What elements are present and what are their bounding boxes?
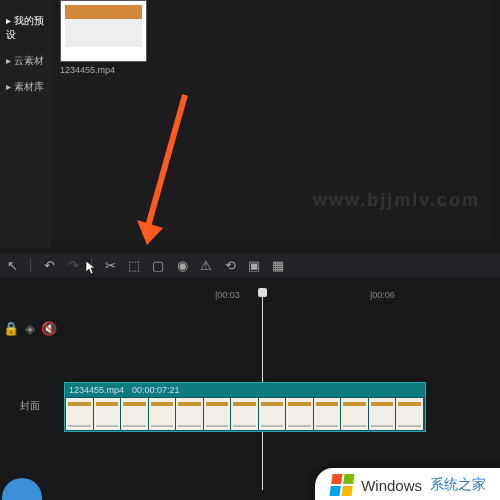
- track-row-aux[interactable]: 🔒 ◈ 🔇: [0, 318, 500, 338]
- windows-logo-icon: [330, 474, 355, 496]
- sidebar-item-presets[interactable]: ▸ 我的预设: [0, 8, 50, 48]
- redo-icon[interactable]: ↷: [65, 257, 81, 273]
- speed-icon[interactable]: ◉: [174, 257, 190, 273]
- mute-icon[interactable]: 🔇: [41, 321, 57, 336]
- reverse-icon[interactable]: ⟲: [222, 257, 238, 273]
- separator: [30, 258, 31, 272]
- lock-icon[interactable]: 🔒: [3, 321, 19, 336]
- separator: [91, 258, 92, 272]
- delete-right-icon[interactable]: ▢: [150, 257, 166, 273]
- track-head-controls: 🔒 ◈ 🔇: [0, 318, 60, 338]
- track-cover-label: 封面: [20, 399, 40, 413]
- sidebar-item-label: 云素材: [14, 55, 44, 66]
- thumbnail-filename: 1234455.mp4: [60, 65, 115, 75]
- footer: Windows 系统之家: [0, 464, 500, 500]
- preview-panel-edge: [492, 0, 500, 240]
- ruler-tick-label: |00:06: [370, 290, 395, 300]
- warning-icon[interactable]: ⚠: [198, 257, 214, 273]
- timeline-ruler[interactable]: |00:03 |00:06: [60, 290, 500, 308]
- thumbnail-image: [65, 5, 142, 47]
- windows-brand-text: Windows: [361, 477, 422, 494]
- sidebar-item-label: 我的预设: [6, 15, 44, 40]
- playhead-handle-icon[interactable]: [258, 288, 267, 297]
- track-head-cover[interactable]: 封面: [0, 382, 60, 430]
- sidebar-item-label: 素材库: [14, 81, 44, 92]
- windows-badge[interactable]: Windows 系统之家: [315, 468, 500, 500]
- track-row-video[interactable]: 封面: [0, 382, 500, 430]
- windows-sub-text: 系统之家: [430, 476, 486, 494]
- media-thumbnail[interactable]: [60, 0, 147, 62]
- sidebar-item-cloud[interactable]: ▸ 云素材: [0, 48, 50, 74]
- pointer-tool-icon[interactable]: ↖: [4, 257, 20, 273]
- image-icon[interactable]: ▦: [270, 257, 286, 273]
- delete-left-icon[interactable]: ⬚: [126, 257, 142, 273]
- sidebar: ▸ 我的预设 ▸ 云素材 ▸ 素材库: [0, 0, 50, 248]
- timeline-toolbar: ↖ ↶ ↷ ✂ ⬚ ▢ ◉ ⚠ ⟲ ▣ ▦: [0, 253, 500, 277]
- media-panel: 1234455.mp4: [50, 0, 500, 240]
- ruler-tick-label: |00:03: [215, 290, 240, 300]
- crop-icon[interactable]: ▣: [246, 257, 262, 273]
- sidebar-item-library[interactable]: ▸ 素材库: [0, 74, 50, 100]
- undo-icon[interactable]: ↶: [41, 257, 57, 273]
- visibility-icon[interactable]: ◈: [25, 321, 35, 336]
- split-tool-icon[interactable]: ✂: [102, 257, 118, 273]
